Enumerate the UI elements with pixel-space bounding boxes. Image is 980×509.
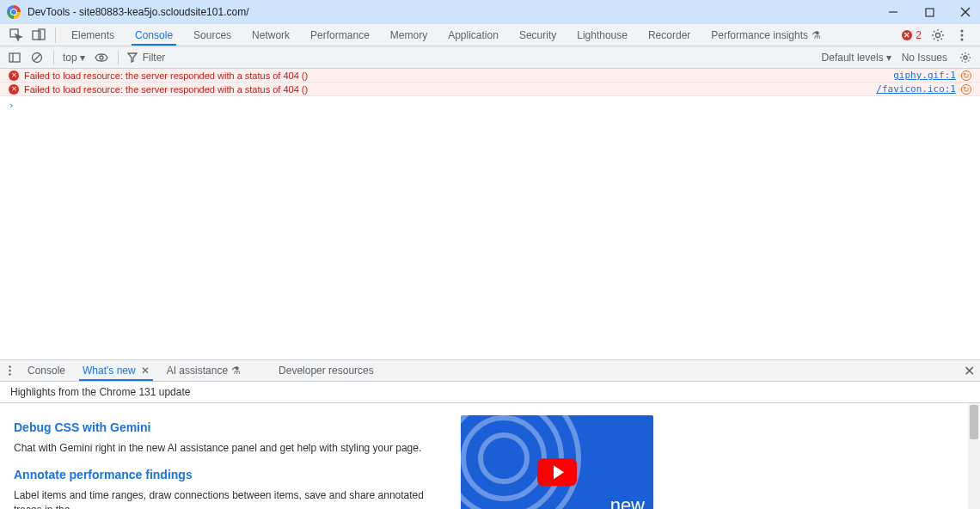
flask-icon: ⚗: [231, 365, 241, 377]
tab-network[interactable]: Network: [242, 24, 300, 46]
context-label: top: [63, 52, 77, 64]
chevron-down-icon: ▾: [886, 52, 891, 64]
highlights-text: Highlights from the Chrome 131 update: [10, 386, 190, 398]
console-settings-icon[interactable]: [958, 50, 973, 65]
svg-rect-11: [9, 53, 20, 62]
drawer-tab-ai-assistance[interactable]: AI assistance⚗: [158, 360, 249, 381]
log-message: Failed to load resource: the server resp…: [24, 71, 893, 81]
settings-icon[interactable]: [930, 28, 946, 43]
log-source-link[interactable]: giphy.gif:1: [893, 70, 956, 81]
console-output: ✕Failed to load resource: the server res…: [0, 69, 980, 359]
error-count-text: 2: [916, 29, 922, 41]
tab-performance-insights[interactable]: Performance insights⚗: [701, 24, 831, 46]
window-title: DevTools - site80883-kea5jo.scloudsite10…: [28, 6, 248, 18]
tab-recorder[interactable]: Recorder: [638, 24, 701, 46]
drawer-tab-what-s-new[interactable]: What's new✕: [74, 360, 158, 381]
tab-performance[interactable]: Performance: [300, 24, 380, 46]
tab-console[interactable]: Console: [125, 24, 183, 46]
live-expression-icon[interactable]: [94, 50, 109, 65]
console-error-row[interactable]: ✕Failed to load resource: the server res…: [0, 69, 980, 83]
drawer-tab-console[interactable]: Console: [19, 360, 74, 381]
svg-point-10: [961, 38, 964, 40]
error-icon: ✕: [9, 71, 19, 81]
video-badge-text: new: [610, 494, 645, 509]
error-count-badge[interactable]: ✕ 2: [902, 29, 922, 41]
minimize-button[interactable]: [885, 4, 901, 20]
svg-point-18: [9, 370, 10, 371]
svg-point-16: [964, 56, 967, 59]
flask-icon: ⚗: [812, 29, 821, 41]
context-selector[interactable]: top ▾: [63, 52, 85, 64]
clear-console-icon[interactable]: [29, 50, 45, 65]
svg-point-15: [100, 56, 103, 59]
drawer-close-button[interactable]: ✕: [958, 360, 980, 381]
chrome-icon: [7, 5, 21, 19]
inspect-element-icon[interactable]: [9, 28, 24, 43]
tab-memory[interactable]: Memory: [380, 24, 438, 46]
scrollbar[interactable]: [968, 403, 980, 509]
log-levels-selector[interactable]: Default levels ▾: [822, 52, 891, 64]
highlights-header: Highlights from the Chrome 131 update: [0, 382, 980, 403]
filter-icon: [127, 52, 138, 63]
tab-lighthouse[interactable]: Lighthouse: [567, 24, 638, 46]
close-button[interactable]: [958, 4, 973, 20]
section-heading[interactable]: Debug CSS with Gemini: [14, 420, 444, 434]
tab-sources[interactable]: Sources: [183, 24, 242, 46]
svg-point-8: [961, 29, 964, 32]
svg-point-19: [9, 373, 10, 375]
drawer-tab-label: AI assistance: [167, 365, 228, 377]
svg-rect-5: [33, 31, 40, 40]
drawer-tab-developer-resources[interactable]: Developer resources: [270, 360, 383, 381]
whats-new-panel: Debug CSS with GeminiChat with Gemini ri…: [0, 403, 980, 509]
window-controls: [885, 4, 973, 20]
drawer-more-icon[interactable]: [0, 360, 19, 381]
error-icon: ✕: [9, 84, 19, 95]
drawer-tab-label: Console: [28, 365, 65, 377]
sidebar-toggle-icon[interactable]: [7, 50, 22, 65]
play-icon: [537, 458, 577, 486]
svg-point-9: [961, 34, 964, 36]
console-prompt[interactable]: ›: [0, 96, 980, 114]
svg-point-17: [9, 365, 10, 367]
device-toolbar-icon[interactable]: [31, 28, 46, 43]
tab-security[interactable]: Security: [509, 24, 567, 46]
scrollbar-thumb[interactable]: [970, 405, 978, 439]
svg-rect-1: [926, 9, 934, 16]
maximize-button[interactable]: [922, 4, 937, 20]
section-body: Chat with Gemini right in the new AI ass…: [14, 441, 444, 456]
section-heading[interactable]: Annotate performance findings: [14, 468, 444, 481]
section-body: Label items and time ranges, draw connec…: [14, 488, 444, 509]
issues-label: No Issues: [902, 52, 947, 64]
svg-point-7: [936, 33, 940, 37]
whats-new-video[interactable]: new: [461, 415, 653, 509]
tab-application[interactable]: Application: [438, 24, 509, 46]
window-titlebar: DevTools - site80883-kea5jo.scloudsite10…: [0, 0, 980, 24]
more-icon[interactable]: [954, 28, 970, 43]
log-message: Failed to load resource: the server resp…: [24, 84, 876, 95]
console-error-row[interactable]: ✕Failed to load resource: the server res…: [0, 83, 980, 96]
filter-placeholder: Filter: [143, 52, 166, 64]
log-source-link[interactable]: /favicon.ico:1: [876, 83, 956, 95]
console-filterbar: top ▾ Filter Default levels ▾ No Issues: [0, 46, 980, 69]
external-icon: ↻: [961, 84, 971, 95]
chevron-down-icon: ▾: [80, 52, 85, 64]
levels-label: Default levels: [822, 52, 884, 64]
close-icon[interactable]: ✕: [141, 365, 150, 377]
tab-elements[interactable]: Elements: [61, 24, 125, 46]
devtools-tabbar: ElementsConsoleSourcesNetworkPerformance…: [0, 24, 980, 46]
error-icon: ✕: [902, 30, 912, 40]
external-icon: ↻: [961, 71, 971, 81]
drawer-tab-label: What's new: [83, 365, 136, 377]
drawer-tab-label: Developer resources: [279, 365, 374, 377]
drawer-tabbar: ConsoleWhat's new✕AI assistance⚗Develope…: [0, 359, 980, 382]
filter-input[interactable]: Filter: [127, 52, 813, 64]
svg-line-14: [34, 54, 40, 61]
